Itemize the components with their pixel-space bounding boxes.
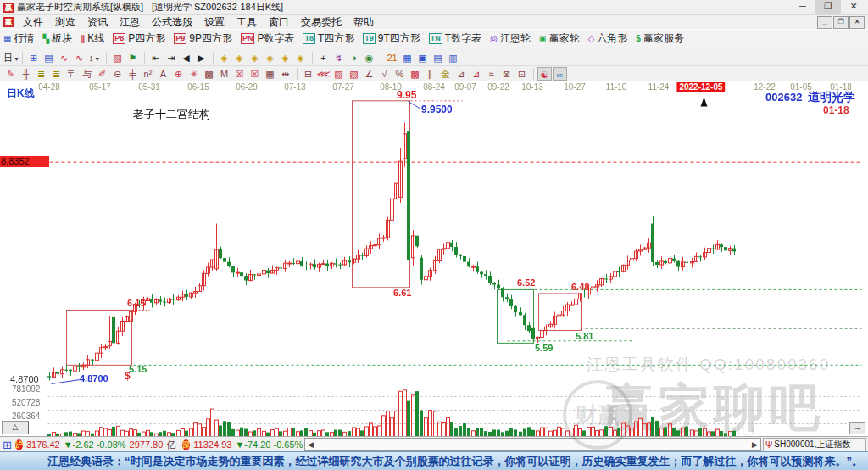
chart-area[interactable]: 财赢 江恩工具软件 QQ:100800360 赢家聊吧 liaoba.yict … <box>0 81 868 436</box>
gann-tool-icon-15[interactable]: ☒ <box>232 67 247 81</box>
mdi-close-button[interactable]: ✕ <box>849 16 865 29</box>
volume-axis-1: 781092 <box>12 384 40 394</box>
gann-tool-icon-4[interactable]: 〒 <box>64 67 79 81</box>
expand-up-button[interactable]: △ <box>2 421 29 434</box>
toolbar-9p-square-button[interactable]: P99P四方形 <box>174 31 232 46</box>
chart-tool-icon-32[interactable]: ▥ <box>446 51 460 64</box>
gann-tool-icon-37[interactable]: ∞ <box>553 67 567 81</box>
chart-tool-icon-9[interactable]: ⚑ <box>125 51 140 64</box>
scroll-right-button[interactable]: → <box>849 422 865 434</box>
chart-tool-icon-12[interactable]: ⇥ <box>164 51 178 64</box>
chart-tool-icon-23[interactable]: + <box>316 51 331 64</box>
gann-tool-icon-32[interactable]: ≈ <box>484 67 498 81</box>
chart-tool-icon-30[interactable]: ▣ <box>415 51 430 64</box>
menu-资讯[interactable]: 资讯 <box>81 16 114 28</box>
minimize-button[interactable]: ─ <box>790 0 815 14</box>
chart-tool-icon-26[interactable]: ◉ <box>362 51 376 64</box>
scroll-left-arrow[interactable]: ◀ <box>308 440 314 449</box>
gann-tool-icon-22[interactable]: ▨ <box>331 67 346 81</box>
gann-tool-icon-34[interactable]: ⊡ <box>515 67 529 81</box>
gann-tool-icon-33[interactable]: ⊠ <box>499 67 514 81</box>
gann-tool-icon-0[interactable]: ✎ <box>3 67 18 81</box>
mdi-restore-button[interactable]: ❐ <box>833 16 849 29</box>
toolbar-gann-wheel-button[interactable]: ◎江恩轮 <box>490 31 531 46</box>
menu-公式选股[interactable]: 公式选股 <box>146 16 198 28</box>
chart-tool-icon-18[interactable]: ◈ <box>248 51 262 64</box>
chart-tool-icon-20[interactable]: ◈ <box>278 51 292 64</box>
chart-tool-icon-16[interactable]: ◈ <box>217 51 231 64</box>
gann-tool-icon-12[interactable]: ✳ <box>186 67 201 81</box>
toolbar-winner-wheel-button[interactable]: ◉赢家轮 <box>539 31 580 46</box>
gann-tool-icon-16[interactable]: ☒ <box>248 67 262 81</box>
gann-tool-icon-11[interactable]: ⊕ <box>171 67 186 81</box>
chart-tool-icon-8[interactable]: ▨ <box>110 51 125 64</box>
toolbar-t-square-button[interactable]: T8T四方形 <box>303 31 354 46</box>
gann-tool-icon-27[interactable]: ▩ <box>408 67 422 81</box>
mdi-minimize-button[interactable]: ▁ <box>817 16 832 29</box>
candlestick-canvas[interactable] <box>0 81 868 436</box>
toolbar-p-table-button[interactable]: PNP数字表 <box>241 31 295 46</box>
chart-tool-icon-3[interactable]: ▤ <box>42 51 56 64</box>
gann-tool-icon-18[interactable]: ⇹ <box>278 67 292 81</box>
kline-label: K线 <box>87 31 104 46</box>
toolbar-9t-square-button[interactable]: T99T四方形 <box>363 31 420 46</box>
gann-tool-icon-21[interactable]: ⋘ <box>316 67 331 81</box>
gann-tool-icon-9[interactable]: n² <box>141 67 155 81</box>
menu-浏览[interactable]: 浏览 <box>49 16 81 28</box>
toolbar-t-table-button[interactable]: TNT数字表 <box>429 31 481 46</box>
menu-帮助[interactable]: 帮助 <box>348 16 380 28</box>
gann-tool-icon-20[interactable]: ⊟ <box>301 67 315 81</box>
menu-设置[interactable]: 设置 <box>198 16 231 28</box>
gann-tool-icon-25[interactable]: √ <box>377 67 392 81</box>
menu-窗口[interactable]: 窗口 <box>263 16 295 28</box>
gann-tool-icon-1[interactable]: ╫ <box>19 67 33 81</box>
chart-tool-icon-13[interactable]: ◀ <box>179 51 193 64</box>
gann-tool-icon-2[interactable]: ≣ <box>34 67 48 81</box>
gann-tool-icon-6[interactable]: ✐ <box>95 67 109 81</box>
chart-tool-icon-17[interactable]: ◈ <box>232 51 247 64</box>
close-button[interactable]: ✕ <box>841 0 866 14</box>
maximize-button[interactable]: ❐ <box>815 0 841 14</box>
chart-tool-icon-19[interactable]: ◈ <box>263 51 277 64</box>
chart-tool-icon-11[interactable]: ⇤ <box>148 51 163 64</box>
chart-tool-icon-6[interactable]: ↕▼ <box>87 51 102 64</box>
menu-交易委托[interactable]: 交易委托 <box>295 16 348 28</box>
menu-工具[interactable]: 工具 <box>231 16 263 28</box>
gann-tool-icon-31[interactable]: ⊿ <box>469 67 483 81</box>
chart-tool-icon-24[interactable]: ↯ <box>331 51 346 64</box>
chart-tool-icon-2[interactable]: ⊞ <box>26 51 41 64</box>
chart-tool-icon-0[interactable]: 日▼ <box>3 51 18 64</box>
toolbar-hexagon-button[interactable]: ◇六角形 <box>588 31 628 46</box>
gann-tool-icon-14[interactable]: M <box>217 67 231 81</box>
chart-tool-icon-21[interactable]: ◈ <box>293 51 308 64</box>
gann-tool-icon-30[interactable]: ⊿ <box>453 67 468 81</box>
gann-tool-icon-5[interactable]: 与 <box>80 67 94 81</box>
menu-文件[interactable]: 文件 <box>17 16 49 28</box>
menu-江恩[interactable]: 江恩 <box>114 16 146 28</box>
toolbar-sectors-button[interactable]: ▚板块 <box>42 31 72 46</box>
gann-tool-icon-8[interactable]: ╪ <box>125 67 140 81</box>
gann-tool-icon-29[interactable]: 金 <box>438 67 453 81</box>
chart-tool-icon-28[interactable]: 21 <box>385 51 399 64</box>
gann-tool-icon-23[interactable]: ▧ <box>347 67 361 81</box>
toolbar-p-square-button[interactable]: P8P四方形 <box>113 31 165 46</box>
chart-tool-icon-5[interactable]: ∿ <box>72 51 86 64</box>
gann-tool-icon-17[interactable]: ▦ <box>263 67 277 81</box>
chart-tool-icon-31[interactable]: ▤ <box>431 51 445 64</box>
gann-tool-icon-13[interactable]: ▩ <box>202 67 216 81</box>
gann-tool-icon-24[interactable]: ∠ <box>362 67 376 81</box>
gann-tool-icon-36[interactable]: ☯ <box>537 67 552 81</box>
toolbar-quotes-button[interactable]: ▦行情 <box>3 31 34 46</box>
grid-icon[interactable]: ⊞ <box>3 439 12 451</box>
toolbar-winner-service-button[interactable]: $赢家服务 <box>636 31 684 46</box>
gann-tool-icon-3[interactable]: ≣ <box>49 67 64 81</box>
gann-tool-icon-10[interactable]: A <box>156 67 170 81</box>
gann-tool-icon-28[interactable]: ∥ <box>423 67 437 81</box>
gann-tool-icon-26[interactable]: % <box>392 67 407 81</box>
chart-tool-icon-29[interactable]: ▦ <box>400 51 415 64</box>
toolbar-kline-button[interactable]: ∥K线 <box>81 31 104 46</box>
chart-tool-icon-4[interactable]: ∿ <box>57 51 71 64</box>
chart-tool-icon-25[interactable]: ◑ <box>347 51 361 64</box>
chart-tool-icon-14[interactable]: ▶ <box>194 51 209 64</box>
gann-tool-icon-7[interactable]: ⊖ <box>110 67 125 81</box>
